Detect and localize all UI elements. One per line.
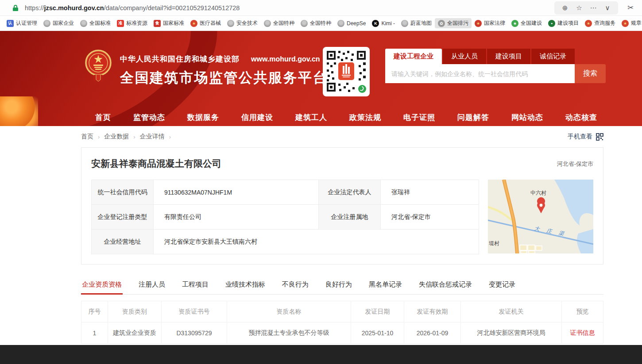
bookmark-item[interactable]: 国家企业 bbox=[40, 18, 77, 28]
col-valid-until: 发证有效期 bbox=[404, 301, 461, 322]
bookmark-favicon: ★ bbox=[475, 20, 482, 27]
bookmark-favicon: K bbox=[372, 20, 379, 27]
company-region: 河北省-保定市 bbox=[557, 157, 593, 168]
col-seq: 序号 bbox=[81, 301, 108, 322]
bookmark-item[interactable]: 食国家标准 bbox=[151, 18, 187, 28]
breadcrumb-home[interactable]: 首页 bbox=[81, 133, 93, 141]
bookmark-item[interactable]: ★国家法律 bbox=[472, 18, 508, 28]
search-tab-project[interactable]: 建设项目 bbox=[487, 49, 530, 64]
col-cert-no: 资质证书号 bbox=[162, 301, 227, 322]
bookmark-item[interactable]: DeepSe bbox=[334, 19, 369, 28]
nav-item-dynamic-check[interactable]: 动态核查 bbox=[565, 112, 597, 123]
nav-item-home[interactable]: 首页 bbox=[95, 112, 111, 123]
bookmark-item[interactable]: 全国特种 bbox=[298, 18, 334, 28]
search-tab-personnel[interactable]: 从业人员 bbox=[443, 49, 486, 64]
bookmark-item[interactable]: ●建设项目 bbox=[545, 18, 582, 28]
bookmark-item[interactable]: ★医疗器械 bbox=[187, 18, 224, 28]
url-text[interactable]: https://jzsc.mohurd.gov.cn/data/company/… bbox=[25, 4, 240, 11]
page-footer-bar bbox=[0, 345, 642, 364]
nav-item-faq[interactable]: 问题解答 bbox=[457, 112, 489, 123]
location-map[interactable]: 中六村 大庄渠 堤村 bbox=[488, 180, 593, 253]
chevron-down-icon[interactable]: ∨ bbox=[601, 2, 614, 14]
bookmark-favicon: 认 bbox=[7, 20, 14, 27]
search-tab-enterprise[interactable]: 建设工程企业 bbox=[385, 49, 442, 64]
bookmark-item[interactable]: ★查询服务 bbox=[582, 18, 619, 28]
field-label: 企业注册属地 bbox=[319, 205, 381, 230]
search-tab-credit[interactable]: 诚信记录 bbox=[531, 49, 575, 64]
qualification-table-row: 1 建筑业企业资质 D313095729 预拌混凝土专业承包不分等级 2025-… bbox=[81, 322, 603, 344]
search-button[interactable]: 搜索 bbox=[575, 64, 606, 83]
screenshot-scissors-icon[interactable]: ✂ bbox=[624, 2, 637, 14]
collections-icon[interactable]: ⊕ bbox=[559, 2, 571, 14]
bookmark-item[interactable]: ★规章--中 bbox=[619, 18, 642, 28]
breadcrumb-company-data[interactable]: 企业数据 bbox=[104, 133, 129, 141]
reg-region-value: 河北省-保定市 bbox=[381, 205, 479, 230]
cell-category: 建筑业企业资质 bbox=[108, 322, 162, 344]
bookmark-favicon bbox=[227, 20, 234, 27]
search-input[interactable] bbox=[385, 64, 575, 83]
company-detail-card: 安新县祥泰商品混凝土有限公司 河北省-保定市 统一社会信用代码 91130632… bbox=[81, 147, 603, 264]
bookmark-favicon: ● bbox=[548, 20, 555, 27]
bookmark-favicon: ✿ bbox=[438, 20, 445, 27]
qr-code-icon bbox=[596, 133, 603, 141]
col-qual-name: 资质名称 bbox=[227, 301, 351, 322]
tab-registered-personnel[interactable]: 注册人员 bbox=[138, 276, 166, 294]
col-preview: 预览 bbox=[562, 301, 603, 322]
bookmark-favicon bbox=[401, 20, 408, 27]
bookmark-item-active[interactable]: ✿全国排污 bbox=[435, 18, 472, 28]
favorites-star-icon[interactable]: ☆ bbox=[573, 2, 585, 14]
bookmark-favicon bbox=[337, 20, 344, 27]
cell-qual-name: 预拌混凝土专业承包不分等级 bbox=[227, 322, 351, 344]
tab-bad-behavior[interactable]: 不良行为 bbox=[281, 276, 309, 294]
nav-item-credit[interactable]: 信用建设 bbox=[241, 112, 273, 123]
field-label: 企业法定代表人 bbox=[319, 180, 381, 205]
tab-change-records[interactable]: 变更记录 bbox=[488, 276, 516, 294]
breadcrumb-separator-icon: › bbox=[169, 134, 171, 140]
tab-good-behavior[interactable]: 良好行为 bbox=[325, 276, 353, 294]
tab-blacklist[interactable]: 黑名单记录 bbox=[368, 276, 403, 294]
bookmark-favicon bbox=[264, 20, 271, 27]
bookmark-favicon bbox=[43, 20, 50, 27]
col-category: 资质类别 bbox=[108, 301, 162, 322]
bookmark-item[interactable]: KKimi - bbox=[369, 19, 398, 28]
tab-projects[interactable]: 工程项目 bbox=[181, 276, 209, 294]
bookmark-item[interactable]: 蔚蓝地图 bbox=[398, 18, 435, 28]
more-options-icon[interactable]: ⋯ bbox=[587, 2, 599, 14]
certificate-info-link[interactable]: 证书信息 bbox=[570, 329, 595, 336]
browser-actions-cluster: ⊕ ☆ ⋯ ∨ bbox=[554, 1, 618, 15]
bookmark-item[interactable]: 安全技术 bbox=[224, 18, 261, 28]
mobile-view-button[interactable]: 手机查看 bbox=[568, 133, 603, 141]
main-navigation: 首页 监管动态 数据服务 信用建设 建筑工人 政策法规 电子证照 问题解答 网站… bbox=[81, 112, 597, 123]
search-category-tabs: 建设工程企业 从业人员 建设项目 诚信记录 bbox=[385, 49, 606, 64]
bookmark-favicon: 食 bbox=[154, 20, 161, 27]
ministry-website-url: www.mohurd.gov.cn bbox=[251, 55, 320, 63]
credit-code-value: 91130632MA07NJHF1M bbox=[154, 180, 319, 205]
legal-rep-value: 张瑞祥 bbox=[381, 180, 479, 205]
nav-item-data-service[interactable]: 数据服务 bbox=[187, 112, 219, 123]
platform-title: 全国建筑市场监管公共服务平台 bbox=[120, 69, 328, 87]
nav-item-workers[interactable]: 建筑工人 bbox=[295, 112, 327, 123]
bookmark-item[interactable]: ◉全国建设 bbox=[508, 18, 545, 28]
cell-authority: 河北雄安新区营商环境局 bbox=[461, 322, 562, 344]
bookmark-item[interactable]: 全国特种 bbox=[261, 18, 298, 28]
nav-item-supervision[interactable]: 监管动态 bbox=[133, 112, 165, 123]
tab-qualifications[interactable]: 企业资质资格 bbox=[81, 276, 123, 294]
address-value: 河北省保定市安新县大王镇南六村 bbox=[154, 230, 479, 254]
tab-performance-indicators[interactable]: 业绩技术指标 bbox=[224, 276, 266, 294]
bookmark-favicon: ◉ bbox=[511, 20, 518, 27]
nav-item-site-news[interactable]: 网站动态 bbox=[511, 112, 543, 123]
bookmark-item[interactable]: 全国标准 bbox=[77, 18, 114, 28]
bookmark-favicon: ★ bbox=[622, 20, 629, 27]
breadcrumb-separator-icon: › bbox=[133, 134, 135, 140]
bookmark-item[interactable]: 准标准资源 bbox=[114, 18, 151, 28]
tab-dishonesty-records[interactable]: 失信联合惩戒记录 bbox=[418, 276, 473, 294]
nav-item-license[interactable]: 电子证照 bbox=[403, 112, 435, 123]
decorative-cloud-ornament bbox=[0, 96, 38, 126]
breadcrumb-company-detail[interactable]: 企业详情 bbox=[140, 133, 165, 141]
nav-item-policy[interactable]: 政策法规 bbox=[349, 112, 381, 123]
qualification-table: 序号 资质类别 资质证书号 资质名称 发证日期 发证有效期 发证机关 预览 1 … bbox=[81, 301, 603, 344]
map-label-village2: 堤村 bbox=[489, 240, 499, 247]
company-detail-tabs: 企业资质资格 注册人员 工程项目 业绩技术指标 不良行为 良好行为 黑名单记录 … bbox=[81, 276, 603, 295]
bookmark-item[interactable]: 认认证管理 bbox=[4, 18, 40, 28]
site-brand: 中华人民共和国住房和城乡建设部 www.mohurd.gov.cn 全国建筑市场… bbox=[85, 48, 328, 90]
